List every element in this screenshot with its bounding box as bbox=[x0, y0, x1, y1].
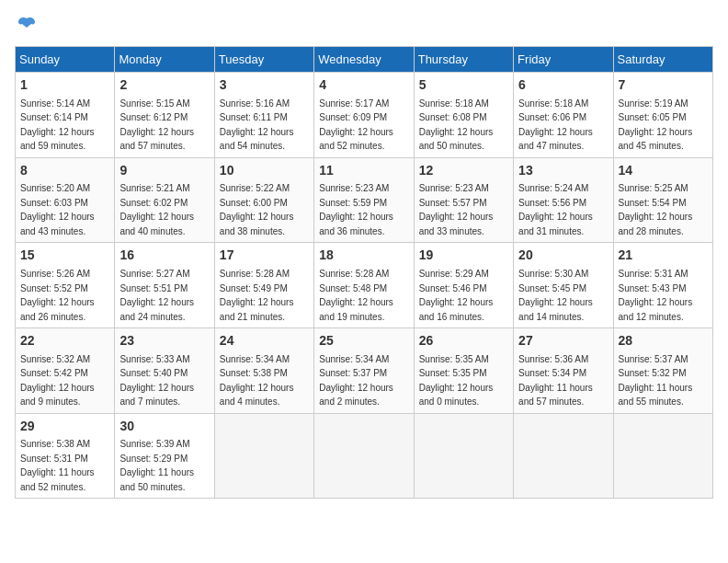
day-info: Sunrise: 5:16 AMSunset: 6:11 PMDaylight:… bbox=[220, 98, 294, 152]
calendar-day-4: 4Sunrise: 5:17 AMSunset: 6:09 PMDaylight… bbox=[314, 73, 414, 158]
day-info: Sunrise: 5:35 AMSunset: 5:35 PMDaylight:… bbox=[419, 354, 494, 408]
calendar-day-5: 5Sunrise: 5:18 AMSunset: 6:08 PMDaylight… bbox=[414, 73, 513, 158]
day-info: Sunrise: 5:29 AMSunset: 5:46 PMDaylight:… bbox=[419, 269, 494, 322]
day-number: 10 bbox=[220, 162, 309, 180]
calendar-day-empty bbox=[613, 413, 712, 499]
header-wednesday: Wednesday bbox=[314, 47, 414, 73]
day-info: Sunrise: 5:21 AMSunset: 6:02 PMDaylight:… bbox=[119, 183, 194, 236]
day-info: Sunrise: 5:14 AMSunset: 6:14 PMDaylight:… bbox=[20, 98, 95, 152]
calendar-week-2: 8Sunrise: 5:20 AMSunset: 6:03 PMDaylight… bbox=[16, 157, 713, 243]
calendar-day-empty bbox=[514, 413, 613, 499]
calendar-day-7: 7Sunrise: 5:19 AMSunset: 6:05 PMDaylight… bbox=[613, 73, 712, 158]
day-number: 24 bbox=[220, 332, 309, 350]
day-number: 8 bbox=[20, 162, 109, 180]
calendar-day-12: 12Sunrise: 5:23 AMSunset: 5:57 PMDayligh… bbox=[414, 157, 513, 243]
calendar-day-11: 11Sunrise: 5:23 AMSunset: 5:59 PMDayligh… bbox=[314, 157, 414, 243]
header-tuesday: Tuesday bbox=[214, 47, 313, 73]
day-info: Sunrise: 5:17 AMSunset: 6:09 PMDaylight:… bbox=[319, 98, 393, 152]
day-number: 26 bbox=[419, 332, 508, 350]
calendar-day-25: 25Sunrise: 5:34 AMSunset: 5:37 PMDayligh… bbox=[314, 328, 414, 414]
day-info: Sunrise: 5:39 AMSunset: 5:29 PMDaylight:… bbox=[119, 439, 194, 492]
day-number: 21 bbox=[619, 247, 708, 265]
day-number: 2 bbox=[119, 76, 209, 95]
calendar-day-14: 14Sunrise: 5:25 AMSunset: 5:54 PMDayligh… bbox=[613, 157, 712, 243]
calendar-day-8: 8Sunrise: 5:20 AMSunset: 6:03 PMDaylight… bbox=[16, 157, 115, 243]
day-number: 5 bbox=[419, 76, 508, 95]
calendar-day-3: 3Sunrise: 5:16 AMSunset: 6:11 PMDaylight… bbox=[214, 73, 313, 158]
day-info: Sunrise: 5:22 AMSunset: 6:00 PMDaylight:… bbox=[220, 183, 294, 236]
calendar-week-3: 15Sunrise: 5:26 AMSunset: 5:52 PMDayligh… bbox=[16, 243, 713, 328]
day-info: Sunrise: 5:19 AMSunset: 6:05 PMDaylight:… bbox=[619, 98, 693, 152]
header-sunday: Sunday bbox=[16, 47, 115, 73]
day-number: 14 bbox=[619, 162, 708, 180]
day-info: Sunrise: 5:31 AMSunset: 5:43 PMDaylight:… bbox=[619, 269, 693, 322]
header-saturday: Saturday bbox=[613, 47, 712, 73]
day-number: 28 bbox=[619, 332, 708, 350]
calendar-table: SundayMondayTuesdayWednesdayThursdayFrid… bbox=[15, 46, 713, 499]
day-info: Sunrise: 5:25 AMSunset: 5:54 PMDaylight:… bbox=[619, 183, 693, 236]
calendar-day-19: 19Sunrise: 5:29 AMSunset: 5:46 PMDayligh… bbox=[414, 243, 513, 328]
header-thursday: Thursday bbox=[414, 47, 513, 73]
calendar-day-6: 6Sunrise: 5:18 AMSunset: 6:06 PMDaylight… bbox=[514, 73, 613, 158]
header-friday: Friday bbox=[514, 47, 613, 73]
day-info: Sunrise: 5:15 AMSunset: 6:12 PMDaylight:… bbox=[119, 98, 194, 152]
day-number: 29 bbox=[20, 418, 109, 436]
day-number: 22 bbox=[20, 332, 109, 350]
day-number: 4 bbox=[319, 76, 408, 95]
calendar-week-5: 29Sunrise: 5:38 AMSunset: 5:31 PMDayligh… bbox=[16, 413, 713, 499]
day-info: Sunrise: 5:30 AMSunset: 5:45 PMDaylight:… bbox=[518, 269, 593, 322]
day-number: 9 bbox=[119, 162, 209, 180]
calendar-day-1: 1Sunrise: 5:14 AMSunset: 6:14 PMDaylight… bbox=[16, 73, 115, 158]
logo-text bbox=[15, 15, 39, 35]
calendar-day-empty bbox=[314, 413, 414, 499]
logo-bird-icon bbox=[17, 15, 37, 35]
page-header bbox=[15, 15, 713, 35]
day-info: Sunrise: 5:23 AMSunset: 5:57 PMDaylight:… bbox=[419, 183, 494, 236]
logo bbox=[15, 15, 40, 35]
day-number: 13 bbox=[518, 162, 608, 180]
calendar-day-28: 28Sunrise: 5:37 AMSunset: 5:32 PMDayligh… bbox=[613, 328, 712, 414]
day-info: Sunrise: 5:34 AMSunset: 5:38 PMDaylight:… bbox=[220, 354, 294, 408]
day-number: 25 bbox=[319, 332, 408, 350]
day-info: Sunrise: 5:23 AMSunset: 5:59 PMDaylight:… bbox=[319, 183, 393, 236]
day-number: 18 bbox=[319, 247, 408, 265]
day-number: 23 bbox=[119, 332, 209, 350]
calendar-day-22: 22Sunrise: 5:32 AMSunset: 5:42 PMDayligh… bbox=[16, 328, 115, 414]
calendar-day-empty bbox=[414, 413, 513, 499]
logo-block bbox=[15, 15, 40, 35]
day-info: Sunrise: 5:24 AMSunset: 5:56 PMDaylight:… bbox=[518, 183, 593, 236]
calendar-day-15: 15Sunrise: 5:26 AMSunset: 5:52 PMDayligh… bbox=[16, 243, 115, 328]
day-info: Sunrise: 5:28 AMSunset: 5:49 PMDaylight:… bbox=[220, 269, 294, 322]
day-info: Sunrise: 5:18 AMSunset: 6:06 PMDaylight:… bbox=[518, 98, 593, 152]
calendar-day-2: 2Sunrise: 5:15 AMSunset: 6:12 PMDaylight… bbox=[115, 73, 214, 158]
calendar-day-9: 9Sunrise: 5:21 AMSunset: 6:02 PMDaylight… bbox=[115, 157, 214, 243]
calendar-header-row: SundayMondayTuesdayWednesdayThursdayFrid… bbox=[16, 47, 713, 73]
calendar-week-1: 1Sunrise: 5:14 AMSunset: 6:14 PMDaylight… bbox=[16, 73, 713, 158]
day-info: Sunrise: 5:20 AMSunset: 6:03 PMDaylight:… bbox=[20, 183, 95, 236]
calendar-day-20: 20Sunrise: 5:30 AMSunset: 5:45 PMDayligh… bbox=[514, 243, 613, 328]
calendar-day-17: 17Sunrise: 5:28 AMSunset: 5:49 PMDayligh… bbox=[214, 243, 313, 328]
day-number: 20 bbox=[518, 247, 608, 265]
day-number: 19 bbox=[419, 247, 508, 265]
day-info: Sunrise: 5:18 AMSunset: 6:08 PMDaylight:… bbox=[419, 98, 494, 152]
day-number: 11 bbox=[319, 162, 408, 180]
day-number: 17 bbox=[220, 247, 309, 265]
day-number: 30 bbox=[119, 418, 209, 436]
calendar-day-13: 13Sunrise: 5:24 AMSunset: 5:56 PMDayligh… bbox=[514, 157, 613, 243]
calendar-day-24: 24Sunrise: 5:34 AMSunset: 5:38 PMDayligh… bbox=[214, 328, 313, 414]
header-monday: Monday bbox=[115, 47, 214, 73]
day-info: Sunrise: 5:34 AMSunset: 5:37 PMDaylight:… bbox=[319, 354, 393, 408]
day-number: 27 bbox=[518, 332, 608, 350]
day-info: Sunrise: 5:26 AMSunset: 5:52 PMDaylight:… bbox=[20, 269, 95, 322]
day-number: 1 bbox=[20, 76, 109, 95]
day-number: 15 bbox=[20, 247, 109, 265]
calendar-day-23: 23Sunrise: 5:33 AMSunset: 5:40 PMDayligh… bbox=[115, 328, 214, 414]
calendar-day-27: 27Sunrise: 5:36 AMSunset: 5:34 PMDayligh… bbox=[514, 328, 613, 414]
day-info: Sunrise: 5:33 AMSunset: 5:40 PMDaylight:… bbox=[119, 354, 194, 408]
calendar-day-16: 16Sunrise: 5:27 AMSunset: 5:51 PMDayligh… bbox=[115, 243, 214, 328]
calendar-day-30: 30Sunrise: 5:39 AMSunset: 5:29 PMDayligh… bbox=[115, 413, 214, 499]
day-info: Sunrise: 5:27 AMSunset: 5:51 PMDaylight:… bbox=[119, 269, 194, 322]
day-info: Sunrise: 5:38 AMSunset: 5:31 PMDaylight:… bbox=[20, 439, 95, 492]
calendar-day-10: 10Sunrise: 5:22 AMSunset: 6:00 PMDayligh… bbox=[214, 157, 313, 243]
day-info: Sunrise: 5:37 AMSunset: 5:32 PMDaylight:… bbox=[619, 354, 693, 408]
